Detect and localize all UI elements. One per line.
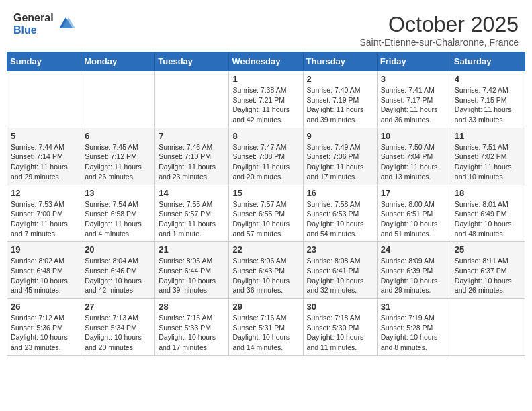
calendar-cell: 21Sunrise: 8:05 AM Sunset: 6:44 PM Dayli… bbox=[155, 242, 229, 299]
day-info: Sunrise: 7:16 AM Sunset: 5:31 PM Dayligh… bbox=[232, 313, 299, 353]
day-info: Sunrise: 7:50 AM Sunset: 7:04 PM Dayligh… bbox=[381, 142, 447, 182]
day-info: Sunrise: 7:44 AM Sunset: 7:14 PM Dayligh… bbox=[11, 142, 77, 182]
day-number: 13 bbox=[85, 188, 151, 198]
day-number: 23 bbox=[307, 244, 373, 255]
day-info: Sunrise: 8:08 AM Sunset: 6:41 PM Dayligh… bbox=[307, 256, 373, 295]
logo-blue-text: Blue bbox=[13, 24, 54, 36]
day-info: Sunrise: 7:46 AM Sunset: 7:10 PM Dayligh… bbox=[159, 142, 225, 182]
calendar-cell: 10Sunrise: 7:50 AM Sunset: 7:04 PM Dayli… bbox=[377, 128, 451, 185]
day-number: 18 bbox=[455, 188, 521, 198]
calendar-cell: 12Sunrise: 7:53 AM Sunset: 7:00 PM Dayli… bbox=[7, 185, 81, 242]
day-info: Sunrise: 8:01 AM Sunset: 6:49 PM Dayligh… bbox=[455, 199, 521, 239]
day-info: Sunrise: 7:19 AM Sunset: 5:28 PM Dayligh… bbox=[381, 313, 447, 353]
day-number: 29 bbox=[232, 302, 299, 312]
day-number: 21 bbox=[159, 244, 225, 255]
logo-icon bbox=[56, 15, 75, 34]
calendar-cell: 4Sunrise: 7:42 AM Sunset: 7:15 PM Daylig… bbox=[451, 71, 525, 128]
calendar-cell bbox=[81, 71, 155, 128]
day-info: Sunrise: 7:42 AM Sunset: 7:15 PM Dayligh… bbox=[455, 85, 521, 125]
day-number: 4 bbox=[455, 74, 521, 84]
day-info: Sunrise: 7:18 AM Sunset: 5:30 PM Dayligh… bbox=[307, 313, 373, 353]
day-info: Sunrise: 8:09 AM Sunset: 6:39 PM Dayligh… bbox=[381, 256, 447, 295]
day-number: 11 bbox=[455, 131, 521, 141]
calendar-cell: 3Sunrise: 7:41 AM Sunset: 7:17 PM Daylig… bbox=[377, 71, 451, 128]
calendar-header-friday: Friday bbox=[377, 52, 451, 71]
calendar-cell: 31Sunrise: 7:19 AM Sunset: 5:28 PM Dayli… bbox=[377, 299, 451, 356]
calendar-cell: 24Sunrise: 8:09 AM Sunset: 6:39 PM Dayli… bbox=[377, 242, 451, 299]
calendar-cell: 5Sunrise: 7:44 AM Sunset: 7:14 PM Daylig… bbox=[7, 128, 81, 185]
calendar-header-row: SundayMondayTuesdayWednesdayThursdayFrid… bbox=[7, 52, 525, 71]
calendar-header-thursday: Thursday bbox=[303, 52, 377, 71]
day-number: 26 bbox=[11, 302, 77, 312]
calendar-cell: 9Sunrise: 7:49 AM Sunset: 7:06 PM Daylig… bbox=[303, 128, 377, 185]
calendar-cell: 22Sunrise: 8:06 AM Sunset: 6:43 PM Dayli… bbox=[229, 242, 303, 299]
calendar-cell: 14Sunrise: 7:55 AM Sunset: 6:57 PM Dayli… bbox=[155, 185, 229, 242]
calendar-cell: 6Sunrise: 7:45 AM Sunset: 7:12 PM Daylig… bbox=[81, 128, 155, 185]
calendar-week-row: 26Sunrise: 7:12 AM Sunset: 5:36 PM Dayli… bbox=[7, 299, 525, 356]
calendar-cell: 17Sunrise: 8:00 AM Sunset: 6:51 PM Dayli… bbox=[377, 185, 451, 242]
day-number: 5 bbox=[11, 131, 77, 141]
day-number: 10 bbox=[381, 131, 447, 141]
day-info: Sunrise: 7:13 AM Sunset: 5:34 PM Dayligh… bbox=[85, 313, 151, 353]
day-number: 19 bbox=[11, 244, 77, 255]
calendar-header-monday: Monday bbox=[81, 52, 155, 71]
day-number: 3 bbox=[381, 74, 447, 84]
day-number: 12 bbox=[11, 188, 77, 198]
day-info: Sunrise: 7:15 AM Sunset: 5:33 PM Dayligh… bbox=[159, 313, 225, 353]
calendar-table: SundayMondayTuesdayWednesdayThursdayFrid… bbox=[7, 52, 525, 356]
calendar-cell: 15Sunrise: 7:57 AM Sunset: 6:55 PM Dayli… bbox=[229, 185, 303, 242]
day-info: Sunrise: 8:02 AM Sunset: 6:48 PM Dayligh… bbox=[11, 256, 77, 295]
day-number: 20 bbox=[85, 244, 151, 255]
calendar-cell: 7Sunrise: 7:46 AM Sunset: 7:10 PM Daylig… bbox=[155, 128, 229, 185]
day-number: 15 bbox=[232, 188, 299, 198]
day-info: Sunrise: 7:53 AM Sunset: 7:00 PM Dayligh… bbox=[11, 199, 77, 239]
calendar-header-tuesday: Tuesday bbox=[155, 52, 229, 71]
day-info: Sunrise: 7:45 AM Sunset: 7:12 PM Dayligh… bbox=[85, 142, 151, 182]
day-number: 8 bbox=[232, 131, 299, 141]
day-info: Sunrise: 8:05 AM Sunset: 6:44 PM Dayligh… bbox=[159, 256, 225, 295]
calendar-cell: 29Sunrise: 7:16 AM Sunset: 5:31 PM Dayli… bbox=[229, 299, 303, 356]
day-number: 16 bbox=[307, 188, 373, 198]
calendar-cell: 23Sunrise: 8:08 AM Sunset: 6:41 PM Dayli… bbox=[303, 242, 377, 299]
calendar-cell: 30Sunrise: 7:18 AM Sunset: 5:30 PM Dayli… bbox=[303, 299, 377, 356]
day-number: 2 bbox=[307, 74, 373, 84]
day-number: 25 bbox=[455, 244, 521, 255]
calendar-cell: 8Sunrise: 7:47 AM Sunset: 7:08 PM Daylig… bbox=[229, 128, 303, 185]
day-info: Sunrise: 7:47 AM Sunset: 7:08 PM Dayligh… bbox=[232, 142, 299, 182]
calendar-cell: 16Sunrise: 7:58 AM Sunset: 6:53 PM Dayli… bbox=[303, 185, 377, 242]
day-number: 1 bbox=[232, 74, 299, 84]
calendar-cell: 25Sunrise: 8:11 AM Sunset: 6:37 PM Dayli… bbox=[451, 242, 525, 299]
day-info: Sunrise: 7:41 AM Sunset: 7:17 PM Dayligh… bbox=[381, 85, 447, 125]
calendar-cell bbox=[451, 299, 525, 356]
day-info: Sunrise: 8:11 AM Sunset: 6:37 PM Dayligh… bbox=[455, 256, 521, 295]
calendar-cell: 19Sunrise: 8:02 AM Sunset: 6:48 PM Dayli… bbox=[7, 242, 81, 299]
calendar-cell: 26Sunrise: 7:12 AM Sunset: 5:36 PM Dayli… bbox=[7, 299, 81, 356]
calendar-header-wednesday: Wednesday bbox=[229, 52, 303, 71]
calendar-cell: 27Sunrise: 7:13 AM Sunset: 5:34 PM Dayli… bbox=[81, 299, 155, 356]
title-block: October 2025 Saint-Etienne-sur-Chalaronn… bbox=[359, 12, 519, 48]
calendar-cell: 20Sunrise: 8:04 AM Sunset: 6:46 PM Dayli… bbox=[81, 242, 155, 299]
day-number: 7 bbox=[159, 131, 225, 141]
day-info: Sunrise: 8:04 AM Sunset: 6:46 PM Dayligh… bbox=[85, 256, 151, 295]
day-info: Sunrise: 7:40 AM Sunset: 7:19 PM Dayligh… bbox=[307, 85, 373, 125]
day-number: 22 bbox=[232, 244, 299, 255]
calendar-cell: 13Sunrise: 7:54 AM Sunset: 6:58 PM Dayli… bbox=[81, 185, 155, 242]
day-info: Sunrise: 7:12 AM Sunset: 5:36 PM Dayligh… bbox=[11, 313, 77, 353]
calendar-week-row: 5Sunrise: 7:44 AM Sunset: 7:14 PM Daylig… bbox=[7, 128, 525, 185]
day-number: 24 bbox=[381, 244, 447, 255]
day-number: 30 bbox=[307, 302, 373, 312]
logo: General Blue bbox=[13, 12, 75, 36]
day-number: 14 bbox=[159, 188, 225, 198]
day-number: 31 bbox=[381, 302, 447, 312]
day-info: Sunrise: 7:51 AM Sunset: 7:02 PM Dayligh… bbox=[455, 142, 521, 182]
day-info: Sunrise: 7:38 AM Sunset: 7:21 PM Dayligh… bbox=[232, 85, 299, 125]
calendar-cell bbox=[155, 71, 229, 128]
calendar-week-row: 1Sunrise: 7:38 AM Sunset: 7:21 PM Daylig… bbox=[7, 71, 525, 128]
day-number: 17 bbox=[381, 188, 447, 198]
calendar-header-saturday: Saturday bbox=[451, 52, 525, 71]
day-info: Sunrise: 7:57 AM Sunset: 6:55 PM Dayligh… bbox=[232, 199, 299, 239]
day-number: 28 bbox=[159, 302, 225, 312]
day-number: 6 bbox=[85, 131, 151, 141]
logo-general-text: General bbox=[13, 12, 54, 24]
day-info: Sunrise: 7:49 AM Sunset: 7:06 PM Dayligh… bbox=[307, 142, 373, 182]
